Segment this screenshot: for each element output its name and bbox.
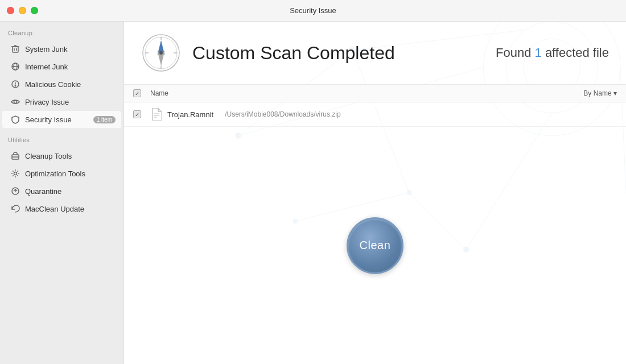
window-title: Security Issue [290,6,336,15]
titlebar: Security Issue [0,0,626,22]
header-check-col [133,89,150,97]
clean-button[interactable]: Clean [347,217,403,274]
main-header: Custom Scan Completed Found 1 affected f… [124,22,626,85]
file-icon [150,107,163,122]
scan-title: Custom Scan Completed [192,43,395,64]
svg-point-11 [14,101,17,104]
svg-point-10 [15,85,16,86]
found-count: 1 [535,46,542,60]
sidebar: Cleanup System Junk Internet Junk [0,0,124,364]
close-button[interactable] [7,7,14,14]
row-checkbox[interactable] [133,110,141,118]
security-issue-badge: 1 item [93,116,116,123]
sidebar-item-internet-junk[interactable]: Internet Junk [2,58,121,75]
gear-icon [10,168,20,179]
cleanup-tools-label: Cleanup Tools [25,152,72,160]
quarantine-icon [10,186,20,196]
quarantine-label: Quarantine [25,187,61,196]
eye-icon [10,97,20,107]
warning-circle-icon [10,79,20,89]
main-content: Start Over [124,0,626,364]
sort-button[interactable]: By Name ▾ [583,89,617,97]
sidebar-item-macclean-update[interactable]: MacClean Update [2,200,121,217]
security-issue-label: Security Issue [25,115,72,124]
update-icon [10,204,20,214]
file-path: /Users/iMobie008/Downloads/virus.zip [225,110,340,118]
briefcase-icon [10,151,20,161]
system-junk-label: System Junk [25,45,67,53]
macclean-update-label: MacClean Update [25,205,84,213]
utilities-section-label: Utilities [0,129,123,147]
document-icon [151,108,162,121]
sidebar-item-cleanup-tools[interactable]: Cleanup Tools [2,147,121,164]
svg-point-14 [14,172,17,175]
clean-btn-container: Clean [124,127,626,364]
trash-icon [10,44,20,54]
malicious-cookie-label: Malicious Cookie [25,80,81,89]
file-table: Name By Name ▾ Trojan.Ramnit /Users/iMob… [124,85,626,127]
cleanup-section-label: Cleanup [0,22,123,40]
sidebar-item-optimization-tools[interactable]: Optimization Tools [2,165,121,182]
compass-icon [141,33,181,73]
select-all-checkbox[interactable] [133,89,141,97]
sidebar-item-privacy-issue[interactable]: Privacy Issue [2,93,121,110]
table-header: Name By Name ▾ [124,85,626,102]
name-column-header: Name [150,89,583,97]
table-row: Trojan.Ramnit /Users/iMobie008/Downloads… [124,102,626,127]
found-prefix: Found [496,46,535,60]
globe-icon [10,61,20,72]
svg-point-42 [159,51,163,55]
window-controls [7,7,38,14]
shield-icon [10,114,20,125]
internet-junk-label: Internet Junk [25,63,68,71]
maximize-button[interactable] [31,7,38,14]
optimization-tools-label: Optimization Tools [25,169,85,178]
sidebar-item-security-issue[interactable]: Security Issue 1 item [2,111,121,128]
row-check-col [133,110,150,118]
svg-rect-0 [13,47,18,52]
found-info: Found 1 affected file [496,46,609,60]
file-name: Trojan.Ramnit [167,110,213,119]
minimize-button[interactable] [19,7,26,14]
sidebar-item-system-junk[interactable]: System Junk [2,40,121,57]
found-suffix: affected file [542,46,609,60]
sidebar-item-malicious-cookie[interactable]: Malicious Cookie [2,76,121,93]
privacy-issue-label: Privacy Issue [25,98,69,106]
sidebar-item-quarantine[interactable]: Quarantine [2,183,121,200]
